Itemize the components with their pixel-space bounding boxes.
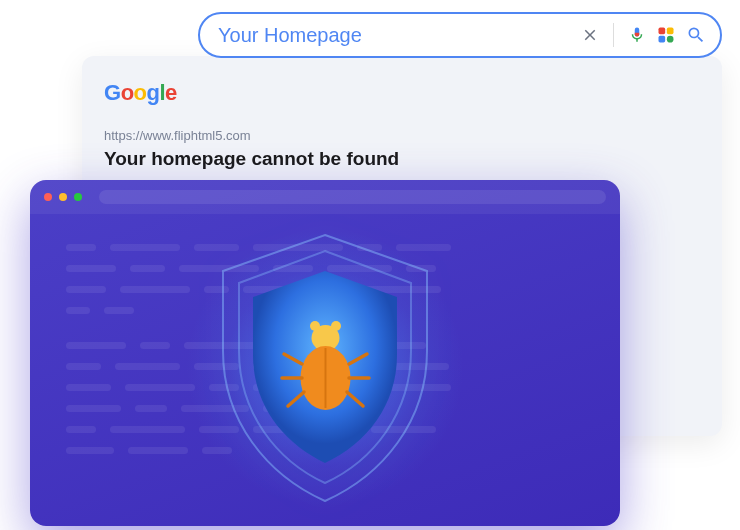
search-bar[interactable]: Your Homepage bbox=[198, 12, 722, 58]
maximize-dot-icon[interactable] bbox=[74, 193, 82, 201]
protected-window bbox=[30, 180, 620, 526]
divider bbox=[613, 23, 614, 47]
svg-point-5 bbox=[310, 321, 320, 331]
svg-point-6 bbox=[331, 321, 341, 331]
shield-graphic bbox=[195, 228, 455, 508]
svg-rect-0 bbox=[659, 28, 666, 35]
svg-point-3 bbox=[667, 36, 674, 43]
result-title: Your homepage cannot be found bbox=[104, 148, 399, 170]
close-dot-icon[interactable] bbox=[44, 193, 52, 201]
svg-rect-2 bbox=[659, 36, 666, 43]
google-logo: Google bbox=[104, 80, 177, 106]
window-topbar bbox=[30, 180, 620, 214]
minimize-dot-icon[interactable] bbox=[59, 193, 67, 201]
address-placeholder bbox=[99, 190, 606, 204]
result-url: https://www.fliphtml5.com bbox=[104, 128, 251, 143]
clear-icon[interactable] bbox=[581, 26, 599, 44]
search-icon[interactable] bbox=[686, 25, 706, 45]
bug-icon bbox=[278, 316, 373, 421]
search-query: Your Homepage bbox=[218, 24, 571, 47]
lens-icon[interactable] bbox=[656, 25, 676, 45]
mic-icon[interactable] bbox=[628, 24, 646, 46]
svg-rect-1 bbox=[667, 28, 674, 35]
